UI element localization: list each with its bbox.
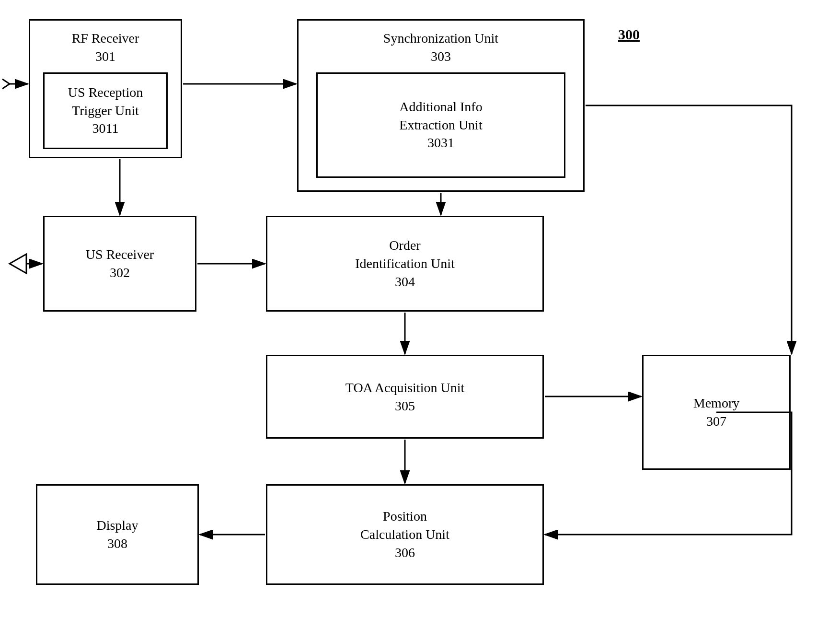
display-label: Display308 [96, 516, 138, 553]
svg-line-5 [2, 84, 10, 89]
toa-acq-block: TOA Acquisition Unit305 [266, 355, 544, 439]
memory-label: Memory307 [693, 394, 739, 431]
display-block: Display308 [36, 484, 199, 585]
order-id-label: OrderIdentification Unit304 [355, 236, 455, 291]
rf-receiver-label: RF Receiver301 [72, 29, 139, 66]
us-reception-trigger-block: US ReceptionTrigger Unit3011 [43, 72, 168, 149]
us-receiver-block: US Receiver302 [43, 216, 196, 312]
us-receiver-label: US Receiver302 [86, 245, 154, 282]
toa-acq-label: TOA Acquisition Unit305 [345, 379, 464, 415]
sync-unit-label: Synchronization Unit303 [383, 29, 498, 66]
svg-line-4 [2, 79, 10, 84]
additional-info-label: Additional InfoExtraction Unit3031 [399, 98, 482, 152]
svg-marker-8 [10, 254, 26, 273]
memory-block: Memory307 [642, 355, 791, 470]
position-calc-label: PositionCalculation Unit306 [360, 507, 449, 561]
position-calc-block: PositionCalculation Unit306 [266, 484, 544, 585]
rf-receiver-block: RF Receiver301 US ReceptionTrigger Unit3… [29, 19, 182, 158]
us-reception-trigger-label: US ReceptionTrigger Unit3011 [68, 83, 143, 138]
order-id-block: OrderIdentification Unit304 [266, 216, 544, 312]
ref-label: 300 [618, 26, 640, 43]
diagram: 300 RF Receiver301 US ReceptionTrigger U… [0, 0, 840, 629]
additional-info-block: Additional InfoExtraction Unit3031 [316, 72, 565, 178]
sync-unit-block: Synchronization Unit303 Additional InfoE… [297, 19, 585, 192]
